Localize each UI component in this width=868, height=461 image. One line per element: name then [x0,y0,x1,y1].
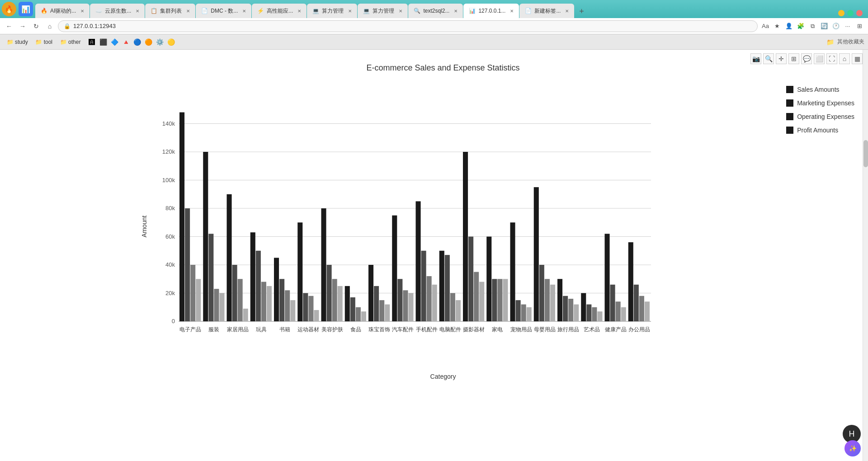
back-button[interactable]: ← [4,21,14,32]
tab-new-close[interactable]: ✕ [565,9,569,14]
url-secure-icon: 🔒 [64,23,71,29]
svg-rect-105 [597,311,602,321]
chart-lasso-icon[interactable]: 💬 [801,53,812,64]
tab-cluster-label: 集群列表 [160,7,182,15]
close-button[interactable] [856,10,863,16]
maximize-button[interactable] [847,10,854,16]
svg-rect-57 [368,265,373,321]
svg-rect-35 [267,286,272,321]
svg-rect-63 [397,279,402,321]
bookmark-tool-icon: 📁 [35,38,42,46]
tab-text2sql[interactable]: 🔍 text2sql2... ✕ [408,4,463,18]
bookmark-study[interactable]: 📁 study [4,38,31,47]
reload-button[interactable]: ↻ [31,21,42,32]
svg-rect-107 [605,234,610,321]
tab-dmc-close[interactable]: ✕ [242,9,246,14]
other-collections-icon[interactable]: 📁 [826,38,835,47]
bm-icon-4[interactable]: 🔺 [121,37,131,47]
tab-perf-close[interactable]: ✕ [297,9,301,14]
bm-icon-5[interactable]: 🔵 [132,37,142,47]
svg-rect-38 [279,279,284,321]
new-tab-button[interactable]: + [575,5,588,18]
bm-icon-1[interactable]: 🅰 [87,37,97,47]
split-view-icon[interactable]: ⧉ [807,21,817,31]
tab-ai-icon: 🔥 [41,8,47,14]
tab-dmc[interactable]: 📄 DMC - 数... ✕ [196,4,251,18]
svg-rect-52 [345,286,350,321]
tab-cluster[interactable]: 📋 集群列表 ✕ [145,4,195,18]
bookmark-other[interactable]: 📁 other [57,38,83,47]
tab-cloud-close[interactable]: ✕ [136,9,139,14]
chart-box-select-icon[interactable]: ⬜ [814,53,825,64]
bm-icon-2[interactable]: ⬛ [98,37,108,47]
legend-marketing: Marketing Expenses [786,99,854,107]
tab-new[interactable]: 📄 新建标签... ✕ [519,4,574,18]
more-icon[interactable]: ··· [843,21,853,31]
svg-rect-64 [403,290,408,321]
chart-zoom-icon[interactable]: 🔍 [763,53,774,64]
tab-compute2[interactable]: 💻 算力管理 ✕ [358,4,408,18]
svg-rect-30 [243,309,248,321]
svg-rect-70 [432,285,437,321]
chart-home-icon[interactable]: ⌂ [839,53,850,64]
tab-compute1[interactable]: 💻 算力管理 ✕ [307,4,357,18]
tab-perf[interactable]: ⚡ 高性能应... ✕ [252,4,307,18]
tab-compute2-close[interactable]: ✕ [399,9,402,14]
bm-icon-7[interactable]: ⚙️ [155,37,165,47]
svg-rect-34 [261,282,266,322]
svg-rect-23 [208,234,213,321]
chart-svg: 020k40k60k80k100k120k140k电子产品服装家居用品玩具书籍运… [154,86,732,348]
svg-rect-90 [527,307,532,321]
svg-rect-82 [486,237,491,322]
bookmark-tool[interactable]: 📁 tool [33,38,55,47]
svg-text:家居用品: 家居用品 [227,326,249,333]
tab-text2sql-close[interactable]: ✕ [454,9,458,14]
tab-ai-close[interactable]: ✕ [80,9,84,14]
tab-cloud-icon: ☁️ [95,8,102,14]
sidebar-icon[interactable]: ⊞ [854,21,864,31]
chart-bar-icon[interactable]: ▦ [852,53,863,64]
bm-icon-6[interactable]: 🟠 [143,37,153,47]
tab-new-label: 新建标签... [534,7,561,15]
svg-rect-79 [474,272,479,321]
tab-ai[interactable]: 🔥 AI驱动的... ✕ [35,4,90,18]
bookmark-icon[interactable]: ★ [772,21,782,31]
bm-icon-8[interactable]: 🟡 [166,37,176,47]
tab-localhost[interactable]: 📊 127.0.0.1... ✕ [463,4,519,18]
home-button[interactable]: ⌂ [44,21,55,32]
minimize-button[interactable] [838,10,844,16]
forward-button[interactable]: → [17,21,28,32]
tab-compute1-close[interactable]: ✕ [348,9,352,14]
chart-camera-icon[interactable]: 📷 [750,53,761,64]
svg-rect-115 [645,301,650,321]
tab-cloud[interactable]: ☁️ 云原生数... ✕ [90,4,145,18]
svg-text:书籍: 书籍 [279,326,290,333]
scroll-thumb[interactable] [863,140,868,167]
ai-fab[interactable]: ✨ [844,440,861,456]
svg-text:电子产品: 电子产品 [179,326,201,333]
legend-sales: Sales Amounts [786,86,854,93]
svg-text:汽车配件: 汽车配件 [392,326,414,333]
svg-text:80k: 80k [165,205,175,212]
bm-icon-3[interactable]: 🔷 [109,37,119,47]
svg-text:120k: 120k [162,148,175,155]
svg-text:140k: 140k [162,120,175,127]
right-scrollbar[interactable] [863,50,868,461]
tab-cluster-close[interactable]: ✕ [186,9,190,14]
tab-localhost-close[interactable]: ✕ [510,9,514,14]
svg-rect-80 [479,282,484,322]
reader-view-icon[interactable]: Aa [760,21,770,31]
tab-text2sql-icon: 🔍 [414,8,420,14]
browser-sync-icon[interactable]: 🔄 [819,21,829,31]
svg-text:电脑配件: 电脑配件 [439,326,461,333]
url-input[interactable]: 🔒 127.0.0.1:12943 [58,20,758,32]
chart-expand-icon[interactable]: ⛶ [826,53,837,64]
extensions-icon[interactable]: 🧩 [796,21,806,31]
chart-grid-icon[interactable]: ⊞ [788,53,799,64]
svg-rect-113 [634,285,639,321]
svg-rect-39 [285,290,290,321]
profile-icon[interactable]: 👤 [784,21,794,31]
history-icon[interactable]: 🕐 [831,21,841,31]
chart-crosshair-icon[interactable]: ✛ [776,53,787,64]
profile-avatar[interactable]: 🔥 [2,2,16,16]
